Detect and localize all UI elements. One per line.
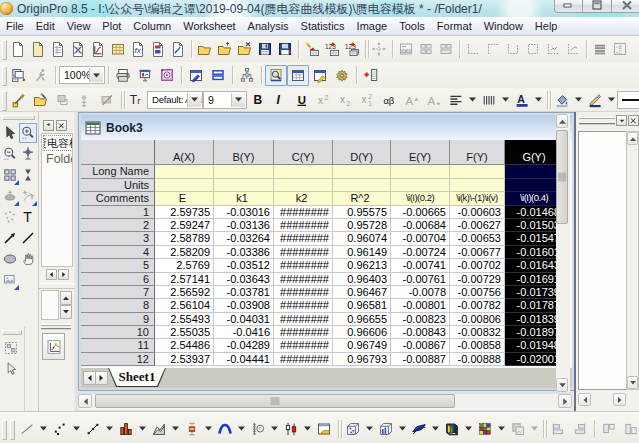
cell-d12[interactable]: 0.96793 [333,353,391,366]
plot-floating-bar-dropdown-arrow[interactable] [203,418,214,439]
cell-d7[interactable]: 0.96467 [333,286,391,299]
new-workbook-button[interactable] [48,39,68,60]
arrow-tool-button[interactable] [1,228,19,248]
column-header-c[interactable]: C(Y) [274,140,333,165]
graph-window-item[interactable] [42,333,65,360]
cell-f11[interactable]: -0.00858 [450,339,505,352]
units-cell-a[interactable] [155,179,214,193]
cell-d4[interactable]: 0.96149 [333,246,391,259]
toolbar-grip[interactable] [0,90,8,110]
line-color-dropdown-arrow[interactable] [606,89,617,110]
open-button[interactable] [195,39,215,60]
line-tool-button[interactable] [19,228,37,248]
menu-plot[interactable]: Plot [96,17,127,36]
cell-b6[interactable]: -0.03643 [214,273,274,286]
cell-b9[interactable]: -0.04031 [214,313,274,326]
row-header-11[interactable]: 11 [81,339,155,352]
apply-format-button[interactable] [30,89,52,110]
plot-column-button[interactable] [115,418,137,439]
menu-file[interactable]: File [0,17,30,36]
vertical-scroll-thumb[interactable] [556,130,568,224]
save-project-button[interactable] [255,39,275,60]
cell-e9[interactable]: -0.00823 [391,313,450,326]
toolbar-grip[interactable] [8,419,16,439]
scroll-up-button[interactable] [556,114,568,128]
plot-stock-button[interactable] [280,418,302,439]
comments-cell-f[interactable]: \i(k)\-(1)\i(v) [450,192,505,206]
next-sheet-button[interactable] [95,371,108,385]
plot-template-library-button[interactable] [313,418,335,439]
cell-e2[interactable]: -0.00684 [391,219,450,232]
long-name-cell-d[interactable] [333,165,391,179]
scroll-down-button[interactable] [60,305,72,319]
cell-d3[interactable]: 0.96074 [333,232,391,245]
size-combo[interactable]: 9 [203,91,247,109]
italic-button[interactable]: I [269,89,291,110]
toolbar-grip[interactable] [0,65,8,85]
cell-d8[interactable]: 0.96581 [333,299,391,312]
comments-cell-c[interactable]: k2 [274,192,333,206]
cell-e3[interactable]: -0.00704 [391,232,450,245]
cell-b12[interactable]: -0.04441 [214,353,274,366]
cell-a11[interactable]: 2.54486 [155,339,214,352]
row-header-10[interactable]: 10 [81,326,155,339]
cell-b4[interactable]: -0.03386 [214,246,274,259]
ellipse-tool-button[interactable] [1,249,19,269]
cell-d2[interactable]: 0.95728 [333,219,391,232]
zoom-combo[interactable]: 100% [59,66,105,84]
cell-a9[interactable]: 2.55493 [155,313,214,326]
toolbar-grip[interactable] [2,115,35,120]
units-cell-d[interactable] [333,179,391,193]
plot-scatter-dropdown-arrow[interactable] [71,418,82,439]
cell-f12[interactable]: -0.00888 [450,353,505,366]
menu-tools[interactable]: Tools [393,17,431,36]
toolbar-grip[interactable] [2,330,22,335]
command-window-button[interactable] [207,65,229,86]
pattern-dropdown-arrow[interactable] [500,89,511,110]
menu-worksheet[interactable]: Worksheet [177,17,241,36]
column-header-f[interactable]: F(Y) [450,140,505,165]
zoom-in-tool-button[interactable] [19,123,37,143]
toolbar-grip[interactable] [41,324,71,330]
cell-e7[interactable]: -0.0078 [391,286,450,299]
merge-layers-button[interactable] [590,39,610,60]
cell-a10[interactable]: 2.55035 [155,326,214,339]
cell-a12[interactable]: 2.53937 [155,353,214,366]
cell-e1[interactable]: -0.00665 [391,206,450,219]
print-button[interactable] [112,65,134,86]
long-name-cell-b[interactable] [214,165,274,179]
pointer-tool-button[interactable] [1,123,19,143]
format-painter-button[interactable] [8,89,30,110]
cell-e4[interactable]: -0.00724 [391,246,450,259]
plot-area-dropdown-arrow[interactable] [170,418,181,439]
comments-cell-e[interactable]: \i(I)(0.2) [391,192,450,206]
zoom-out-tool-button[interactable] [1,144,19,164]
units-cell-e[interactable] [391,179,450,193]
title-bar[interactable]: OriginPro 8.5 - I:\公众号\编辑之谭\2019-09-04(赝… [0,0,639,17]
cell-f3[interactable]: -0.00653 [450,232,505,245]
project-explorer-toggle-button[interactable] [236,65,258,86]
regional-data-selector-button[interactable] [1,165,19,185]
hand-tool-button[interactable] [19,249,37,269]
restore-button[interactable] [583,0,612,13]
size-combo-arrow[interactable] [231,93,245,107]
cell-b3[interactable]: -0.03264 [214,232,274,245]
toolbar-grip[interactable] [0,419,8,439]
plot-area-button[interactable] [148,418,170,439]
screen-reader-tool-button[interactable] [19,144,37,164]
row-header-12[interactable]: 12 [81,353,155,366]
cell-e5[interactable]: -0.00741 [391,259,450,272]
cell-a3[interactable]: 2.58789 [155,232,214,245]
cell-e6[interactable]: -0.00761 [391,273,450,286]
row-header-7[interactable]: 7 [81,286,155,299]
plot-3d-scatter-button[interactable] [342,418,364,439]
close-panel-button[interactable] [56,120,67,131]
plot-3d-walls-button[interactable] [441,418,463,439]
column-header-b[interactable]: B(Y) [214,140,274,165]
cell-f6[interactable]: -0.00729 [450,273,505,286]
cell-b1[interactable]: -0.03016 [214,206,274,219]
quick-help-button[interactable] [265,65,287,86]
panel-menu-button[interactable] [616,115,627,126]
cell-d11[interactable]: 0.96749 [333,339,391,352]
cell-b5[interactable]: -0.03512 [214,259,274,272]
